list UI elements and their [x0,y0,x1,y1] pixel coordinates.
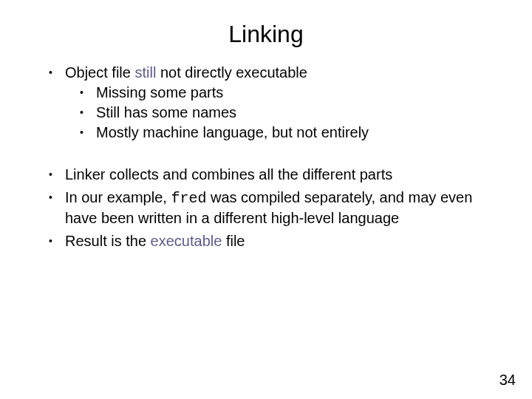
text-fragment: Result is the [65,233,151,249]
emphasis-text: executable [151,233,222,249]
bullet-list: Linker collects and combines all the dif… [44,165,502,251]
slide: Linking Object file still not directly e… [0,0,532,399]
page-number: 34 [499,372,516,389]
bullet-item-1: Object file still not directly executabl… [44,63,502,143]
bullet-item-2: Linker collects and combines all the dif… [44,165,502,185]
spacer [44,146,502,165]
slide-title: Linking [0,0,532,63]
bullet-list: Object file still not directly executabl… [44,63,502,143]
bullet-item-3: In our example, fred was compiled separa… [44,188,502,228]
emphasis-text: still [134,64,156,81]
sub-bullet-list: Missing some parts Still has some names … [75,83,502,143]
text-fragment: not directly executable [156,64,307,81]
sub-bullet-item: Still has some names [75,103,502,123]
sub-bullet-item: Missing some parts [75,83,502,103]
bullet-item-4: Result is the executable file [44,231,502,251]
slide-body: Object file still not directly executabl… [0,63,532,251]
text-fragment: In our example, [65,189,171,205]
text-fragment: Object file [65,64,134,81]
text-fragment: file [222,233,245,249]
code-text: fred [171,190,206,207]
sub-bullet-item: Mostly machine language, but not entirel… [75,123,502,143]
